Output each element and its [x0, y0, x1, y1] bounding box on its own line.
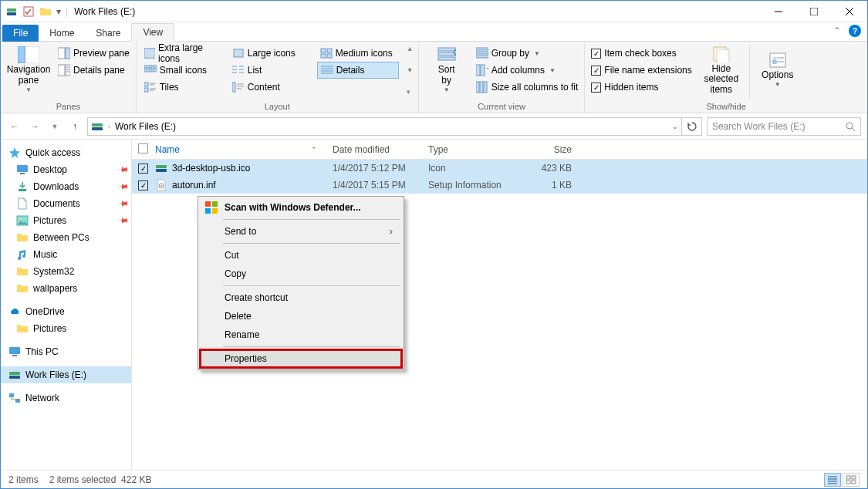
- select-all-checkbox[interactable]: [138, 143, 148, 153]
- pin-icon: 📌: [118, 215, 130, 227]
- nav-onedrive[interactable]: OneDrive: [1, 303, 131, 320]
- minimize-button[interactable]: [761, 1, 796, 22]
- cm-rename[interactable]: Rename: [200, 325, 402, 344]
- ribbon-group-panes: Navigation pane ▼ Preview pane Details p…: [1, 42, 137, 113]
- view-thumbnails-button[interactable]: [843, 473, 860, 487]
- layout-medium[interactable]: Medium icons: [317, 45, 399, 62]
- options-button[interactable]: Options▼: [755, 45, 801, 96]
- qat-dropdown-icon[interactable]: ▾: [56, 6, 61, 17]
- hidden-items-toggle[interactable]: ✓Hidden items: [589, 79, 693, 96]
- file-extensions-toggle[interactable]: ✓File name extensions: [589, 62, 693, 79]
- svg-rect-7: [18, 46, 25, 63]
- svg-rect-21: [327, 54, 332, 58]
- nav-wallpapers[interactable]: wallpapers: [1, 280, 131, 297]
- svg-rect-11: [58, 65, 65, 76]
- nav-between-pcs[interactable]: Between PCs: [1, 229, 131, 246]
- layout-details[interactable]: Details: [317, 62, 399, 79]
- svg-rect-97: [852, 481, 856, 484]
- nav-quick-access[interactable]: Quick access: [1, 144, 131, 161]
- layout-scroll-up-icon[interactable]: ▲: [407, 45, 414, 52]
- svg-rect-55: [481, 65, 485, 76]
- nav-desktop[interactable]: Desktop📌: [1, 161, 131, 178]
- column-date[interactable]: Date modified: [333, 144, 428, 155]
- layout-large[interactable]: Large icons: [229, 45, 311, 62]
- layout-tiles[interactable]: Tiles: [141, 79, 223, 96]
- svg-rect-86: [205, 201, 211, 207]
- cm-scan-defender[interactable]: Scan with Windows Defender...: [200, 198, 402, 217]
- close-button[interactable]: [832, 1, 867, 22]
- checkbox-icon[interactable]: [22, 5, 35, 18]
- breadcrumb-text: Work Files (E:): [115, 121, 176, 132]
- size-columns-button[interactable]: Size all columns to fit: [475, 79, 580, 96]
- nav-system32[interactable]: System32: [1, 263, 131, 280]
- nav-downloads[interactable]: Downloads📌: [1, 178, 131, 195]
- tab-file[interactable]: File: [2, 25, 39, 42]
- column-size[interactable]: Size: [525, 144, 572, 155]
- back-button[interactable]: ←: [7, 119, 22, 134]
- preview-pane-button[interactable]: Preview pane: [56, 45, 131, 62]
- view-details-button[interactable]: [824, 473, 841, 487]
- tab-home[interactable]: Home: [39, 25, 85, 42]
- ribbon-group-label: Show/hide: [589, 100, 863, 113]
- nav-network[interactable]: Network: [1, 390, 131, 406]
- file-row[interactable]: ✓ autorun.inf 1/4/2017 5:15 PM Setup Inf…: [132, 177, 867, 194]
- navigation-pane: Quick access Desktop📌 Downloads📌 Documen…: [1, 140, 132, 470]
- cm-send-to[interactable]: Send to›: [200, 222, 402, 241]
- layout-content[interactable]: Content: [229, 79, 311, 96]
- tab-share[interactable]: Share: [85, 25, 131, 42]
- svg-rect-65: [773, 60, 776, 63]
- layout-extra-large[interactable]: Extra large icons: [141, 45, 223, 62]
- address-history-icon[interactable]: ⌄: [672, 123, 678, 130]
- file-row[interactable]: ✓ 3d-desktop-usb.ico 1/4/2017 5:12 PM Ic…: [132, 160, 867, 177]
- sort-indicator-icon: ⌃: [311, 146, 317, 153]
- nav-pictures[interactable]: Pictures📌: [1, 212, 131, 229]
- cm-cut[interactable]: Cut: [200, 246, 402, 265]
- nav-this-pc[interactable]: This PC: [1, 343, 131, 360]
- column-name[interactable]: Name⌃: [155, 144, 333, 155]
- navigation-pane-button[interactable]: Navigation pane ▼: [5, 45, 52, 96]
- nav-onedrive-pictures[interactable]: Pictures: [1, 320, 131, 337]
- layout-small[interactable]: Small icons: [141, 62, 223, 79]
- hide-selected-button[interactable]: Hide selected items: [698, 45, 745, 96]
- group-by-button[interactable]: Group by▼: [475, 45, 580, 62]
- navigation-pane-label: Navigation pane: [7, 65, 51, 85]
- row-checkbox[interactable]: ✓: [138, 164, 148, 174]
- search-input[interactable]: Search Work Files (E:): [707, 117, 861, 136]
- layout-list[interactable]: List: [229, 62, 311, 79]
- cm-create-shortcut[interactable]: Create shortcut: [200, 288, 402, 307]
- cm-properties[interactable]: Properties: [200, 349, 402, 368]
- nav-work-files-drive[interactable]: Work Files (E:): [1, 366, 131, 383]
- sort-by-button[interactable]: Sort by▼: [424, 45, 470, 96]
- add-columns-button[interactable]: +Add columns▼: [475, 62, 580, 79]
- svg-rect-67: [92, 123, 103, 126]
- help-icon[interactable]: ?: [849, 25, 861, 37]
- nav-music[interactable]: Music: [1, 246, 131, 263]
- row-checkbox[interactable]: ✓: [138, 180, 148, 191]
- up-button[interactable]: ↑: [67, 119, 83, 134]
- ribbon: Navigation pane ▼ Preview pane Details p…: [1, 42, 867, 113]
- svg-point-85: [160, 185, 162, 187]
- layout-scroll-down-icon[interactable]: ▼: [407, 66, 414, 74]
- forward-button[interactable]: →: [27, 119, 42, 134]
- refresh-button[interactable]: [682, 117, 702, 136]
- tab-view[interactable]: View: [131, 23, 174, 42]
- item-checkboxes-toggle[interactable]: ✓Item check boxes: [589, 45, 693, 62]
- cm-delete[interactable]: Delete: [200, 307, 402, 325]
- collapse-ribbon-icon[interactable]: ⌃: [833, 25, 841, 36]
- column-type[interactable]: Type: [428, 144, 525, 155]
- svg-rect-17: [234, 49, 243, 57]
- svg-rect-54: [476, 65, 480, 76]
- svg-rect-73: [19, 189, 26, 191]
- svg-rect-23: [149, 65, 152, 68]
- layout-expand-icon[interactable]: ▾: [407, 88, 414, 96]
- maximize-button[interactable]: [796, 1, 832, 22]
- svg-rect-4: [810, 8, 818, 15]
- details-pane-button[interactable]: Details pane: [56, 62, 131, 79]
- cm-copy[interactable]: Copy: [200, 265, 402, 283]
- breadcrumb[interactable]: › Work Files (E:) ⌄: [87, 117, 682, 136]
- recent-dropdown-icon[interactable]: ▼: [47, 119, 62, 134]
- separator: [223, 346, 400, 347]
- svg-rect-77: [12, 355, 17, 356]
- nav-documents[interactable]: Documents📌: [1, 195, 131, 212]
- ribbon-tabs: File Home Share View ⌃ ?: [1, 22, 867, 42]
